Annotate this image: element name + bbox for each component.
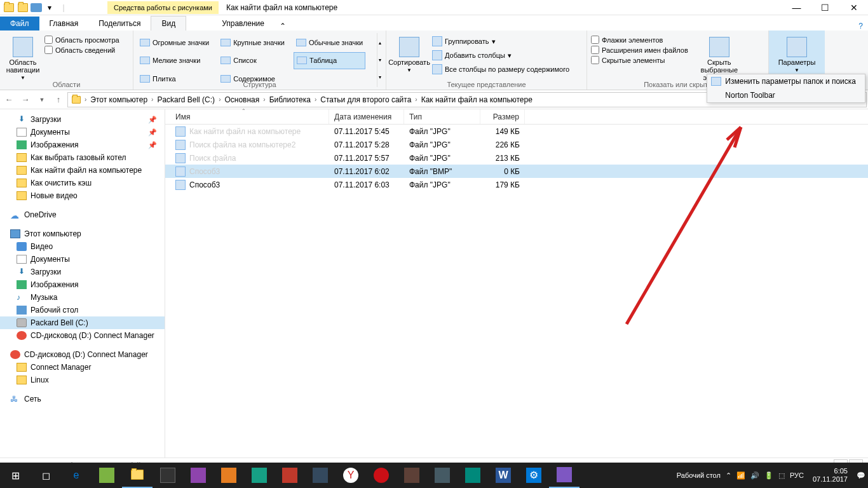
col-type[interactable]: Тип: [404, 109, 480, 124]
tab-view[interactable]: Вид: [151, 16, 186, 30]
taskview-button[interactable]: ◻: [31, 463, 61, 488]
file-row[interactable]: Способ307.11.2017 6:03Файл "JPG"179 КБ: [165, 178, 868, 191]
tray-clock[interactable]: 6:0507.11.2017: [809, 467, 851, 484]
nav-onedrive[interactable]: ☁OneDrive: [0, 208, 165, 221]
dropdown-change-folder-options[interactable]: Изменить параметры папок и поиска: [707, 74, 865, 88]
close-button[interactable]: ✕: [839, 0, 868, 15]
tray-notifications-icon[interactable]: 💬: [857, 471, 865, 480]
nav-desktop[interactable]: Рабочий стол: [0, 304, 165, 316]
layout-large[interactable]: Крупные значки: [218, 34, 287, 51]
minimize-button[interactable]: —: [782, 0, 811, 15]
qat-dropdown[interactable]: ▾: [43, 1, 56, 14]
nav-downloads[interactable]: ⬇Загрузки📌: [0, 113, 165, 126]
tb-store[interactable]: [153, 463, 183, 488]
col-size[interactable]: Размер: [480, 109, 525, 124]
sort-button[interactable]: Сортировать▼: [390, 33, 428, 87]
navpane-button[interactable]: Область навигации▼: [4, 33, 42, 87]
layout-xl[interactable]: Огромные значки: [137, 34, 212, 51]
tb-app5[interactable]: [244, 463, 275, 488]
file-row[interactable]: Поиск файла07.11.2017 5:57Файл "JPG"213 …: [165, 151, 868, 165]
nav-folder1[interactable]: Как выбрать газовый котел: [0, 151, 165, 164]
tray-battery-icon[interactable]: 🔋: [764, 471, 773, 480]
nav-network[interactable]: 🖧Сеть: [0, 393, 165, 405]
show-desktop-label[interactable]: Рабочий стол: [677, 471, 721, 479]
tb-app7[interactable]: [305, 463, 336, 488]
nav-music[interactable]: ♪Музыка: [0, 291, 165, 304]
col-name[interactable]: Имя⌃: [165, 109, 329, 124]
file-row[interactable]: Как найти файл на компьютере07.11.2017 5…: [165, 125, 868, 138]
layout-small[interactable]: Мелкие значки: [137, 52, 212, 70]
tray-volume-icon[interactable]: 🔊: [750, 471, 759, 480]
tb-paint[interactable]: [549, 463, 580, 488]
start-button[interactable]: ⊞: [0, 463, 31, 488]
nav-drive-d2[interactable]: CD-дисковод (D:) Connect Manager: [0, 348, 165, 361]
crumb-3[interactable]: Библиотека: [267, 95, 313, 104]
tb-opera[interactable]: [366, 463, 397, 488]
forward-button[interactable]: →: [18, 92, 33, 107]
tab-manage[interactable]: Управление: [212, 17, 275, 30]
hidden-toggle[interactable]: Скрытые элементы: [591, 56, 688, 64]
layout-gallery-scroll[interactable]: ▴▾▾: [377, 33, 383, 87]
nav-drive-d[interactable]: CD-дисковод (D:) Connect Manager: [0, 329, 165, 342]
tb-app3[interactable]: [183, 463, 214, 488]
nav-pictures2[interactable]: Изображения: [0, 278, 165, 291]
extensions-toggle[interactable]: Расширения имен файлов: [591, 46, 688, 54]
crumb-1[interactable]: Packard Bell (C:): [154, 95, 217, 104]
tab-file[interactable]: Файл: [0, 17, 39, 30]
nav-documents[interactable]: Документы📌: [0, 126, 165, 139]
tb-app9[interactable]: [427, 463, 458, 488]
file-row[interactable]: Способ307.11.2017 6:02Файл "BMP"0 КБ: [165, 165, 868, 178]
tab-home[interactable]: Главная: [39, 17, 89, 30]
tb-app8[interactable]: [397, 463, 427, 488]
layout-list[interactable]: Список: [218, 52, 287, 70]
nav-linux[interactable]: Linux: [0, 374, 165, 386]
dropdown-norton-toolbar[interactable]: Norton Toolbar: [707, 88, 865, 102]
tb-word[interactable]: W: [488, 463, 519, 488]
file-row[interactable]: Поиск файла на компьютере207.11.2017 5:2…: [165, 138, 868, 151]
file-list[interactable]: Как найти файл на компьютере07.11.2017 5…: [165, 125, 868, 458]
qat-app-icon[interactable]: [17, 1, 29, 14]
nav-downloads2[interactable]: ⬇Загрузки: [0, 266, 165, 278]
preview-pane-toggle[interactable]: Область просмотра: [44, 36, 119, 44]
tab-share[interactable]: Поделиться: [88, 17, 151, 30]
autofit-button[interactable]: Все столбцы по размеру содержимого: [431, 64, 571, 75]
options-button[interactable]: Параметры▼: [773, 33, 821, 73]
nav-pictures[interactable]: Изображения📌: [0, 139, 165, 151]
qat-folder[interactable]: [3, 1, 15, 14]
tray-language[interactable]: РУС: [790, 471, 804, 479]
tb-edge[interactable]: e: [61, 463, 92, 488]
up-button[interactable]: ↑: [51, 92, 66, 107]
maximize-button[interactable]: ☐: [811, 0, 839, 15]
tray-app-icon[interactable]: ⬚: [778, 471, 785, 480]
qat-pictures-icon[interactable]: [31, 3, 42, 12]
crumb-root[interactable]: ›: [83, 96, 88, 103]
nav-video[interactable]: Видео: [0, 240, 165, 253]
back-button[interactable]: ←: [1, 92, 17, 107]
addcols-button[interactable]: Добавить столбцы ▾: [431, 50, 571, 61]
tb-settings[interactable]: ⚙: [519, 463, 549, 488]
nav-folder4[interactable]: Новые видео: [0, 189, 165, 202]
nav-documents2[interactable]: Документы: [0, 253, 165, 266]
tb-app1[interactable]: [92, 463, 122, 488]
tray-overflow[interactable]: ⌃: [726, 471, 731, 480]
tb-app10[interactable]: [458, 463, 488, 488]
layout-table[interactable]: Таблица: [294, 52, 365, 70]
crumb-2[interactable]: Основная: [222, 95, 262, 104]
ribbon-collapse[interactable]: ⌃: [275, 22, 291, 30]
details-pane-toggle[interactable]: Область сведений: [44, 46, 119, 54]
checkboxes-toggle[interactable]: Флажки элементов: [591, 36, 688, 44]
crumb-5[interactable]: Как найти файл на компьютере: [419, 95, 535, 104]
col-date[interactable]: Дата изменения: [329, 109, 404, 124]
nav-connect-manager[interactable]: Connect Manager: [0, 361, 165, 374]
nav-drive-c[interactable]: Packard Bell (C:): [0, 316, 165, 329]
tb-explorer[interactable]: [122, 463, 153, 488]
help-button[interactable]: ?: [853, 22, 868, 30]
history-button[interactable]: ▼: [34, 92, 50, 107]
crumb-4[interactable]: Статьи для второго сайта: [318, 95, 414, 104]
layout-medium[interactable]: Обычные значки: [294, 34, 365, 51]
tb-app6[interactable]: [275, 463, 305, 488]
context-tab-pictures[interactable]: Средства работы с рисунками: [107, 1, 219, 14]
nav-folder2[interactable]: Как найти файл на компьютере: [0, 164, 165, 177]
nav-thispc[interactable]: Этот компьютер: [0, 227, 165, 240]
tray-network-icon[interactable]: 📶: [736, 471, 745, 480]
